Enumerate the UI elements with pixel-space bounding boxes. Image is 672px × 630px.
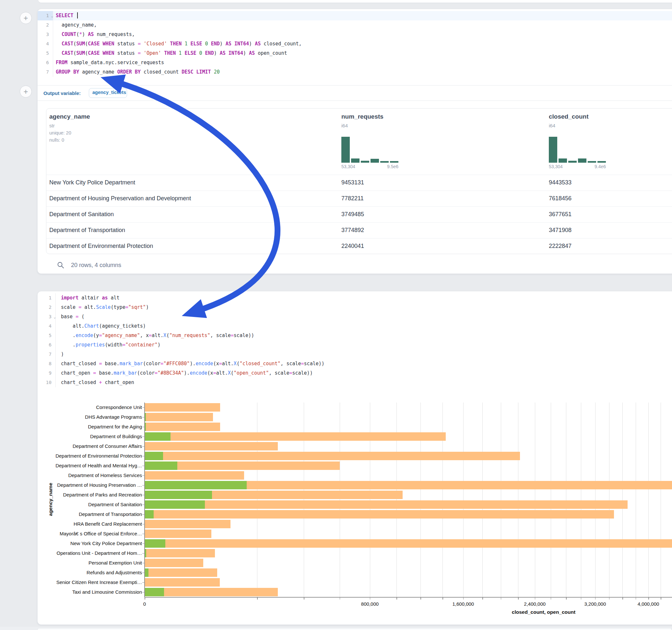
code-line[interactable]: 10chart_closed + chart_open bbox=[38, 378, 672, 387]
code-line[interactable]: 3⌄base = ( bbox=[38, 312, 672, 321]
bar-closed-count[interactable] bbox=[145, 422, 220, 431]
bar-closed-count[interactable] bbox=[145, 432, 446, 441]
sql-cell: 1⌄SELECT 2 agency_name,3 COUNT(*) AS num… bbox=[37, 9, 672, 274]
code-line[interactable]: 6 .properties(width="container") bbox=[38, 340, 672, 350]
y-tick bbox=[142, 553, 145, 554]
gridline bbox=[397, 403, 397, 597]
x-tick bbox=[397, 598, 397, 600]
gridline bbox=[421, 403, 421, 597]
code-line[interactable]: 3 COUNT(*) AS num_requests, bbox=[38, 30, 672, 39]
fold-chevron-icon[interactable]: ⌄ bbox=[51, 11, 53, 21]
y-tick bbox=[142, 505, 145, 505]
bar-open-count[interactable] bbox=[145, 422, 146, 431]
x-tick bbox=[442, 598, 443, 600]
column-header[interactable]: closed_counti64 bbox=[549, 113, 589, 128]
results-table: agency_namestrunique: 20nulls: 0num_requ… bbox=[46, 108, 672, 254]
code-line[interactable]: 7) bbox=[38, 350, 672, 359]
code-line[interactable]: 1import altair as alt bbox=[38, 293, 672, 303]
bar-closed-count[interactable] bbox=[145, 549, 215, 557]
bar-open-count[interactable] bbox=[145, 413, 146, 421]
code-line[interactable]: 2scale = alt.Scale(type="sqrt") bbox=[38, 303, 672, 312]
code-line[interactable]: 9chart_open = base.mark_bar(color="#8BC3… bbox=[38, 368, 672, 378]
code-line[interactable]: 7GROUP BY agency_name ORDER BY closed_co… bbox=[38, 67, 672, 77]
bar-closed-count[interactable] bbox=[145, 539, 672, 548]
bar-open-count[interactable] bbox=[145, 500, 205, 509]
gridline bbox=[340, 403, 340, 597]
add-cell-button[interactable]: + bbox=[20, 86, 32, 98]
line-number: 7 bbox=[38, 350, 55, 359]
y-axis-label: DHS Advantage Programs bbox=[38, 412, 142, 422]
column-header[interactable]: agency_namestrunique: 20nulls: 0 bbox=[49, 113, 90, 143]
line-number: 3 bbox=[38, 30, 53, 39]
bar-closed-count[interactable] bbox=[145, 471, 244, 480]
bar-closed-count[interactable] bbox=[145, 568, 217, 577]
bar-closed-count[interactable] bbox=[145, 413, 213, 421]
bar-closed-count[interactable] bbox=[145, 530, 211, 538]
bar-open-count[interactable] bbox=[145, 588, 164, 596]
bar-open-count[interactable] bbox=[145, 461, 177, 470]
gridline bbox=[595, 403, 596, 597]
column-name: num_requests bbox=[341, 113, 383, 120]
bar-closed-count[interactable] bbox=[145, 500, 628, 509]
bar-closed-count[interactable] bbox=[145, 520, 231, 528]
table-row[interactable]: New York City Police Department945313194… bbox=[46, 175, 672, 191]
gridline bbox=[648, 403, 649, 597]
bar-closed-count[interactable] bbox=[145, 578, 220, 587]
python-code-editor[interactable]: 1import altair as alt2scale = alt.Scale(… bbox=[38, 293, 672, 387]
line-number: 4 bbox=[38, 321, 55, 331]
table-cell: 2240041 bbox=[341, 243, 364, 249]
bar-open-count[interactable] bbox=[145, 491, 212, 499]
x-tick bbox=[340, 598, 340, 600]
bar-closed-count[interactable] bbox=[145, 403, 220, 412]
column-header[interactable]: num_requestsi64 bbox=[341, 113, 383, 128]
sql-code-editor[interactable]: 1⌄SELECT 2 agency_name,3 COUNT(*) AS num… bbox=[38, 11, 672, 77]
code-line[interactable]: 5 CAST(SUM(CASE WHEN status = 'Open' THE… bbox=[38, 49, 672, 58]
bar-open-count[interactable] bbox=[145, 510, 154, 518]
code-line[interactable]: 4 CAST(SUM(CASE WHEN status = 'Closed' T… bbox=[38, 39, 672, 49]
code-line[interactable]: 4 alt.Chart(agency_tickets) bbox=[38, 321, 672, 331]
bar-closed-count[interactable] bbox=[145, 559, 203, 567]
bar-open-count[interactable] bbox=[145, 539, 165, 548]
table-cell: 9453131 bbox=[341, 179, 364, 186]
x-tick bbox=[463, 598, 464, 600]
x-tick-label: 3,200,000 bbox=[584, 601, 606, 607]
line-number: 5 bbox=[38, 331, 55, 340]
bar-closed-count[interactable] bbox=[145, 442, 278, 451]
column-stat: unique: 20 bbox=[49, 130, 90, 136]
x-tick-label: 2,400,000 bbox=[524, 601, 546, 607]
bar-open-count[interactable] bbox=[145, 432, 170, 441]
x-tick bbox=[609, 598, 610, 600]
bar-open-count[interactable] bbox=[145, 549, 146, 557]
code-line[interactable]: 5 .encode(y="agency_name", x=alt.X("num_… bbox=[38, 331, 672, 340]
code-line[interactable]: 1⌄SELECT bbox=[38, 11, 672, 20]
y-axis-label: Personal Exemption Unit bbox=[38, 558, 142, 568]
add-cell-button[interactable]: + bbox=[20, 12, 32, 24]
bar-closed-count[interactable] bbox=[145, 588, 278, 596]
gridline bbox=[501, 403, 501, 597]
column-type: str bbox=[49, 123, 90, 128]
table-cell: 7782211 bbox=[341, 195, 364, 202]
fold-chevron-icon[interactable]: ⌄ bbox=[53, 312, 56, 322]
code-line[interactable]: 8chart_closed = base.mark_bar(color="#FF… bbox=[38, 359, 672, 368]
code-line[interactable]: 2 agency_name, bbox=[38, 20, 672, 30]
column-histogram bbox=[549, 137, 606, 163]
bar-closed-count[interactable] bbox=[145, 452, 520, 460]
y-tick bbox=[142, 427, 145, 428]
table-cell: New York City Police Department bbox=[49, 179, 135, 186]
output-variable-input[interactable]: agency_tickets bbox=[89, 88, 127, 98]
search-icon[interactable] bbox=[57, 262, 65, 269]
line-number: 1 bbox=[38, 293, 55, 303]
table-row[interactable]: Department of Transportation377489234719… bbox=[46, 222, 672, 238]
bar-open-count[interactable] bbox=[145, 481, 247, 489]
bar-open-count[interactable] bbox=[145, 568, 148, 577]
gridline bbox=[609, 403, 609, 597]
bar-closed-count[interactable] bbox=[145, 510, 614, 518]
table-row[interactable]: Department of Housing Preservation and D… bbox=[46, 191, 672, 207]
table-row[interactable]: Department of Environmental Protection22… bbox=[46, 238, 672, 254]
table-row[interactable]: Department of Sanitation37494853677651 bbox=[46, 207, 672, 222]
x-tick bbox=[551, 598, 551, 600]
altair-bar-chart: agency_name closed_count, open_count 080… bbox=[38, 403, 672, 616]
bar-open-count[interactable] bbox=[145, 452, 163, 460]
y-tick bbox=[142, 573, 145, 573]
code-line[interactable]: 6FROM sample_data.nyc.service_requests bbox=[38, 58, 672, 67]
